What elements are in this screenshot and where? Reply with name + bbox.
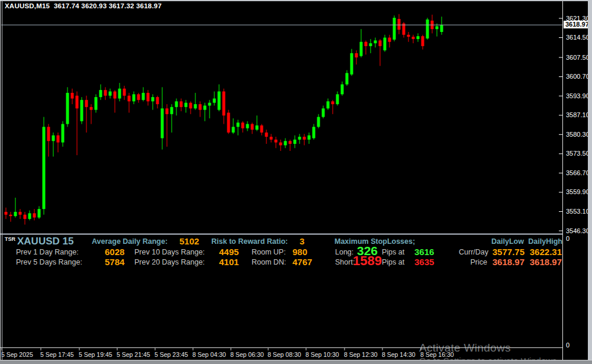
window-status-bar bbox=[0, 360, 592, 364]
time-axis-label: 5 Sep 19:45 bbox=[79, 351, 112, 358]
candle-body bbox=[223, 91, 226, 115]
candle-body bbox=[308, 136, 311, 140]
candle-body bbox=[360, 42, 363, 56]
activate-windows-watermark: Activate Windows bbox=[419, 342, 511, 355]
short-price-value: 3635 bbox=[414, 257, 434, 267]
candle-body bbox=[218, 91, 221, 109]
candle-body bbox=[33, 213, 36, 217]
candle-body bbox=[152, 97, 155, 101]
roomup-value: 980 bbox=[292, 247, 307, 257]
roomdn-label: Room DN: bbox=[252, 258, 286, 266]
candle-body bbox=[123, 89, 126, 96]
candle-body bbox=[208, 103, 211, 106]
candle-body bbox=[237, 123, 240, 127]
candle-body bbox=[251, 124, 254, 130]
indicator-badge: TSR bbox=[5, 236, 15, 242]
roomdn-value: 4767 bbox=[292, 257, 312, 267]
candle-body bbox=[350, 53, 353, 75]
chart-canvas[interactable] bbox=[0, 0, 588, 364]
dailyhigh-header: DailyHigh bbox=[527, 237, 562, 246]
candle-body bbox=[422, 36, 424, 46]
prev10-label: Prev 10 Days Range: bbox=[134, 248, 205, 256]
candle-body bbox=[109, 91, 112, 95]
currday-high-value: 3622.31 bbox=[526, 247, 562, 257]
candle-body bbox=[232, 127, 235, 133]
time-axis-label: 8 Sep 10:30 bbox=[305, 351, 339, 358]
candle-body bbox=[175, 101, 178, 107]
candle-body bbox=[407, 35, 410, 37]
time-axis-label: 8 Sep 12:30 bbox=[344, 351, 378, 358]
candle-body bbox=[393, 18, 396, 40]
candle-body bbox=[43, 127, 46, 209]
candle-body bbox=[246, 124, 249, 128]
price-row-label: Price bbox=[459, 258, 487, 266]
candle-body bbox=[133, 94, 136, 101]
candle-body bbox=[322, 108, 325, 117]
time-axis-label: 5 Sep 21:45 bbox=[117, 351, 150, 358]
prev1-value: 6028 bbox=[105, 247, 124, 257]
price-axis-label: 3546.30 bbox=[566, 227, 590, 234]
window-frame-top bbox=[0, 0, 592, 1]
candle-body bbox=[9, 215, 12, 216]
short-pips-at-label: Pips at bbox=[382, 258, 404, 266]
candle-body bbox=[440, 25, 443, 32]
candle-body bbox=[294, 140, 297, 144]
candle-body bbox=[369, 43, 372, 46]
candle-body bbox=[142, 93, 145, 100]
mt4-chart-window: XAUUSD,M15 3617.74 3620.93 3617.32 3618.… bbox=[0, 0, 592, 364]
candle-body bbox=[213, 98, 216, 102]
prev1-label: Prev 1 Day Range: bbox=[16, 248, 79, 256]
candle-body bbox=[85, 100, 88, 107]
adr-value: 5102 bbox=[179, 236, 199, 246]
short-label: Short: bbox=[335, 258, 355, 266]
candle-body bbox=[204, 105, 207, 109]
candle-body bbox=[313, 127, 316, 138]
candle-body bbox=[66, 93, 69, 124]
price-axis-label: 3593.90 bbox=[566, 92, 590, 99]
window-frame-right[interactable] bbox=[588, 0, 592, 364]
candle-body bbox=[194, 104, 197, 108]
time-axis-label: 8 Sep 08:30 bbox=[268, 351, 301, 358]
time-axis-label: 5 Sep 2025 bbox=[1, 351, 33, 358]
candle-body bbox=[166, 108, 169, 114]
dailylow-header: DailyLow bbox=[491, 237, 520, 246]
candle-body bbox=[303, 137, 306, 140]
candle-body bbox=[81, 100, 83, 121]
candle-body bbox=[279, 143, 282, 146]
candle-body bbox=[52, 136, 55, 141]
price-axis-label: 3559.90 bbox=[566, 188, 590, 195]
prev10-value: 4495 bbox=[219, 247, 239, 257]
chart-title-ohlc: XAUUSD,M15 3617.74 3620.93 3617.32 3618.… bbox=[5, 2, 162, 9]
prev5-label: Prev 5 Days Range: bbox=[16, 258, 82, 266]
window-frame-left-inner bbox=[2, 0, 2, 362]
candle-body bbox=[289, 141, 292, 144]
price-axis-label: 3580.30 bbox=[566, 131, 590, 138]
candle-body bbox=[436, 26, 439, 29]
candle-body bbox=[28, 213, 31, 219]
rrr-label: Risk to Reward Ratio: bbox=[211, 237, 288, 246]
long-pips-at-label: Pips at bbox=[382, 248, 404, 256]
candle-body bbox=[185, 103, 188, 107]
candle-body bbox=[24, 215, 27, 219]
candle-body bbox=[327, 101, 330, 108]
candle-body bbox=[170, 107, 173, 114]
candle-body bbox=[355, 53, 358, 57]
price-axis-label: 3553.10 bbox=[566, 208, 590, 215]
short-pips-value: 1589 bbox=[353, 253, 382, 269]
candle-body bbox=[317, 117, 320, 127]
candle-body bbox=[265, 133, 268, 137]
candle-body bbox=[374, 40, 377, 43]
price-low-value: 3618.97 bbox=[490, 257, 525, 267]
candle-body bbox=[275, 140, 278, 143]
candle-body bbox=[284, 141, 287, 145]
price-axis-label: 3573.50 bbox=[566, 150, 590, 157]
indicator-scale-label: 0 bbox=[566, 342, 590, 349]
candle-body bbox=[71, 93, 74, 99]
candle-body bbox=[95, 97, 98, 110]
candle-body bbox=[379, 40, 382, 46]
time-axis-label: 8 Sep 04:30 bbox=[192, 351, 226, 358]
price-axis-label: 3600.70 bbox=[566, 73, 590, 80]
candle-body bbox=[270, 137, 273, 140]
rrr-value: 3 bbox=[300, 236, 304, 246]
candle-body bbox=[147, 93, 150, 101]
